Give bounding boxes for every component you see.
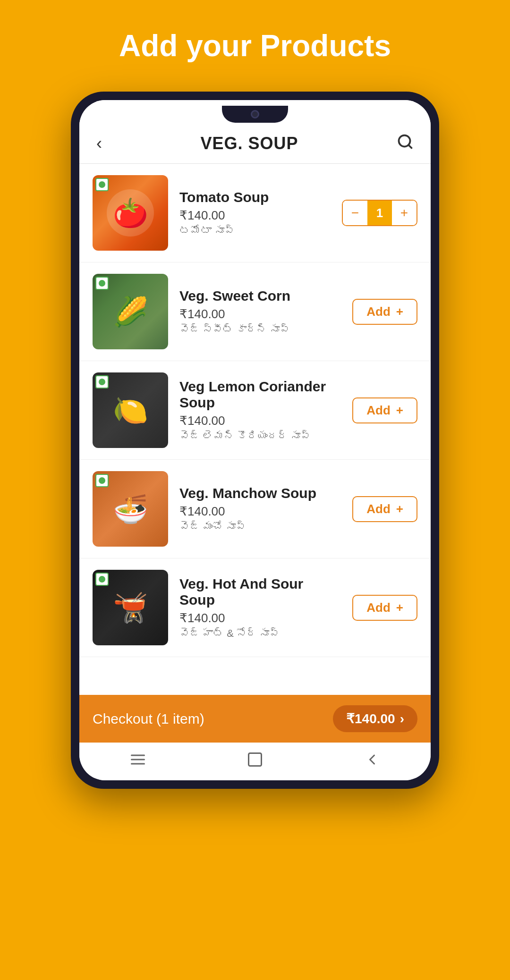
product-info: Veg Lemon Coriander Soup ₹140.00 వెజ్ లె… bbox=[179, 379, 341, 442]
plus-icon: + bbox=[396, 502, 403, 516]
product-name-telugu: టమోటా సూప్ bbox=[179, 225, 331, 237]
back-button[interactable]: ‹ bbox=[96, 134, 102, 153]
product-name: Veg. Manchow Soup bbox=[179, 485, 341, 501]
checkout-bar: Checkout (1 item) ₹140.00 › bbox=[79, 695, 431, 743]
nav-back-button[interactable] bbox=[364, 751, 381, 768]
quantity-display: 1 bbox=[367, 201, 392, 225]
nav-menu-button[interactable] bbox=[129, 751, 146, 768]
phone-frame: ‹ VEG. SOUP Tomato Soup bbox=[71, 92, 439, 789]
veg-badge bbox=[95, 178, 109, 191]
phone-screen: ‹ VEG. SOUP Tomato Soup bbox=[79, 100, 431, 780]
header-title: VEG. SOUP bbox=[200, 134, 298, 153]
add-button[interactable]: Add + bbox=[352, 299, 417, 325]
product-image-wrap: 🌽 bbox=[93, 274, 168, 349]
product-info: Tomato Soup ₹140.00 టమోటా సూప్ bbox=[179, 189, 331, 237]
product-info: Veg. Hot And Sour Soup ₹140.00 వెజ్ హాట్… bbox=[179, 576, 341, 640]
product-name: Veg Lemon Coriander Soup bbox=[179, 379, 341, 411]
add-button[interactable]: Add + bbox=[352, 397, 417, 423]
product-name-telugu: వెజ్ హాట్ & సోర్ సూప్ bbox=[179, 627, 341, 640]
product-info: Veg. Manchow Soup ₹140.00 వెజ్ మంచో సూప్ bbox=[179, 485, 341, 533]
product-name-telugu: వెజ్ లెమన్ కొరియందర్ సూప్ bbox=[179, 430, 341, 442]
add-button[interactable]: Add + bbox=[352, 496, 417, 522]
veg-badge bbox=[95, 573, 109, 586]
product-name: Veg. Hot And Sour Soup bbox=[179, 576, 341, 608]
product-image-wrap: 🍜 bbox=[93, 471, 168, 547]
veg-badge bbox=[95, 277, 109, 290]
list-item: Tomato Soup ₹140.00 టమోటా సూప్ − 1 + bbox=[79, 164, 431, 262]
veg-dot bbox=[99, 181, 105, 188]
plus-icon: + bbox=[396, 304, 403, 319]
notch-bar bbox=[79, 100, 431, 128]
product-image-wrap: 🍋 bbox=[93, 372, 168, 448]
add-label: Add bbox=[366, 304, 391, 319]
nav-home-button[interactable] bbox=[246, 751, 264, 768]
checkout-text: Checkout bbox=[93, 711, 153, 727]
page-title: Add your Products bbox=[119, 28, 391, 63]
checkout-price-button[interactable]: ₹140.00 › bbox=[333, 705, 417, 732]
list-item: 🍜 Veg. Manchow Soup ₹140.00 వెజ్ మంచో సూ… bbox=[79, 460, 431, 558]
veg-dot bbox=[99, 280, 105, 287]
list-item: 🍋 Veg Lemon Coriander Soup ₹140.00 వెజ్ … bbox=[79, 361, 431, 460]
product-image-wrap: 🫕 bbox=[93, 570, 168, 645]
veg-badge bbox=[95, 474, 109, 487]
plus-icon: + bbox=[396, 403, 403, 418]
add-label: Add bbox=[366, 600, 391, 615]
product-image-wrap bbox=[93, 175, 168, 251]
checkout-item-count-value: (1 item) bbox=[156, 711, 204, 727]
add-label: Add bbox=[366, 502, 391, 516]
product-price: ₹140.00 bbox=[179, 414, 341, 428]
add-label: Add bbox=[366, 403, 391, 418]
veg-dot bbox=[99, 477, 105, 484]
product-info: Veg. Sweet Corn ₹140.00 వెజ్ స్వీట్ కార్… bbox=[179, 288, 341, 336]
checkout-label: Checkout (1 item) bbox=[93, 711, 204, 727]
veg-dot bbox=[99, 576, 105, 583]
camera bbox=[251, 110, 259, 118]
svg-rect-5 bbox=[249, 753, 262, 766]
search-button[interactable] bbox=[397, 133, 414, 154]
product-price: ₹140.00 bbox=[179, 504, 341, 519]
veg-badge bbox=[95, 375, 109, 389]
decrease-button[interactable]: − bbox=[343, 201, 367, 225]
product-name-telugu: వెజ్ స్వీట్ కార్న్ సూప్ bbox=[179, 323, 341, 336]
app-header: ‹ VEG. SOUP bbox=[79, 128, 431, 164]
product-price: ₹140.00 bbox=[179, 611, 341, 625]
product-price: ₹140.00 bbox=[179, 208, 331, 223]
increase-button[interactable]: + bbox=[392, 201, 416, 225]
product-name: Tomato Soup bbox=[179, 189, 331, 205]
product-name-telugu: వెజ్ మంచో సూప్ bbox=[179, 521, 341, 533]
product-name: Veg. Sweet Corn bbox=[179, 288, 341, 304]
list-item: 🌽 Veg. Sweet Corn ₹140.00 వెజ్ స్వీట్ కా… bbox=[79, 262, 431, 361]
spacer bbox=[79, 657, 431, 695]
plus-icon: + bbox=[396, 600, 403, 615]
add-button[interactable]: Add + bbox=[352, 595, 417, 621]
quantity-control[interactable]: − 1 + bbox=[342, 200, 417, 226]
product-list: Tomato Soup ₹140.00 టమోటా సూప్ − 1 + 🌽 bbox=[79, 164, 431, 657]
list-item: 🫕 Veg. Hot And Sour Soup ₹140.00 వెజ్ హా… bbox=[79, 558, 431, 657]
veg-dot bbox=[99, 379, 105, 385]
product-price: ₹140.00 bbox=[179, 307, 341, 321]
notch bbox=[222, 106, 288, 123]
svg-line-1 bbox=[408, 145, 412, 148]
checkout-price: ₹140.00 bbox=[346, 711, 395, 727]
nav-bar bbox=[79, 743, 431, 780]
checkout-chevron: › bbox=[400, 711, 404, 727]
